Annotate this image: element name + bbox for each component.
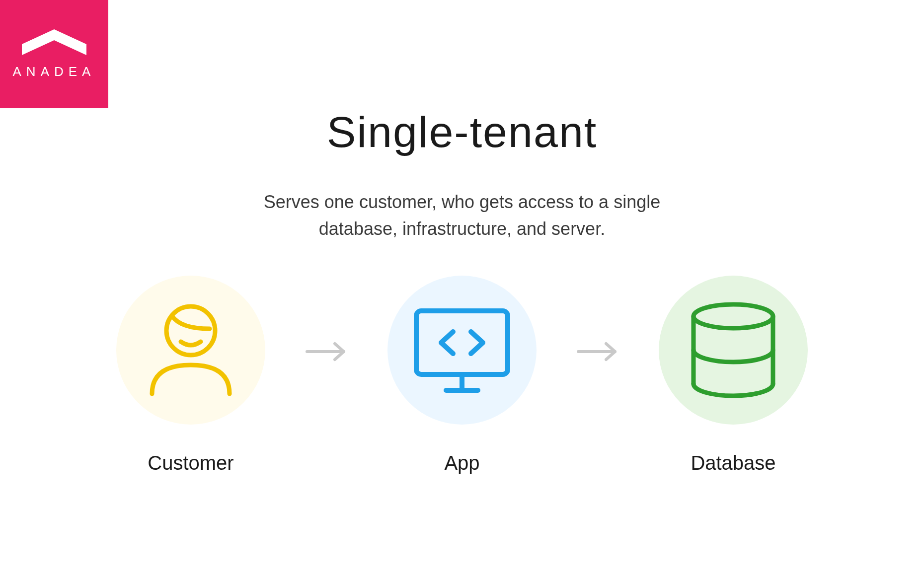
node-label-customer: Customer bbox=[148, 452, 233, 474]
customer-icon bbox=[146, 303, 235, 397]
node-app: App bbox=[387, 276, 537, 474]
page-title: Single-tenant bbox=[0, 107, 924, 157]
diagram-flow: Customer App bbox=[0, 276, 924, 474]
svg-rect-2 bbox=[416, 311, 508, 374]
arrow-right-icon bbox=[305, 342, 348, 362]
brand-logo: ANADEA bbox=[0, 0, 108, 108]
node-customer: Customer bbox=[116, 276, 265, 474]
node-label-app: App bbox=[444, 452, 479, 474]
circle-customer bbox=[116, 276, 265, 425]
svg-point-6 bbox=[693, 304, 773, 328]
logo-chevron-icon bbox=[22, 29, 86, 55]
circle-app bbox=[387, 276, 537, 425]
arrow-1 bbox=[305, 342, 348, 362]
node-label-database: Database bbox=[691, 452, 775, 474]
database-icon bbox=[689, 300, 778, 400]
arrow-2 bbox=[576, 342, 619, 362]
app-icon bbox=[412, 307, 512, 394]
node-database: Database bbox=[659, 276, 808, 474]
page-subtitle: Serves one customer, who gets access to … bbox=[238, 189, 686, 242]
brand-name: ANADEA bbox=[13, 64, 96, 79]
circle-database bbox=[659, 276, 808, 425]
arrow-right-icon bbox=[576, 342, 619, 362]
